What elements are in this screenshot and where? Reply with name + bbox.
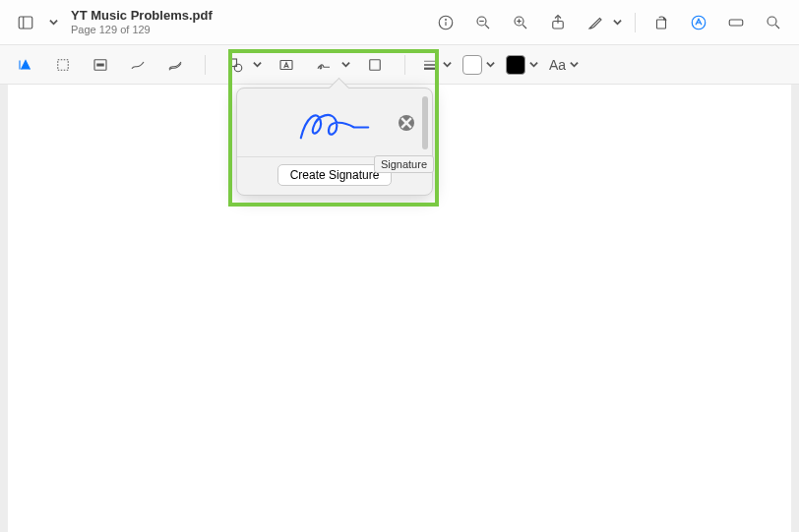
text-style-picker[interactable]: Aa	[549, 57, 580, 73]
highlight-menu-chevron[interactable]	[611, 18, 623, 27]
svg-line-21	[775, 25, 779, 29]
share-button[interactable]	[544, 9, 572, 36]
svg-point-4	[446, 19, 447, 20]
page-indicator: Page 129 of 129	[71, 24, 424, 36]
svg-rect-24	[58, 59, 69, 70]
document-title-block: YT Music Problems.pdf Page 129 of 129	[71, 8, 424, 36]
sidebar-toggle[interactable]	[12, 9, 39, 36]
main-toolbar: YT Music Problems.pdf Page 129 of 129	[0, 0, 799, 45]
markup-sep-2	[404, 55, 405, 75]
text-box-tool[interactable]	[273, 51, 300, 79]
shapes-tool[interactable]	[221, 51, 249, 79]
delete-signature-button[interactable]	[399, 115, 414, 131]
zoom-out-button[interactable]	[469, 9, 497, 36]
toolbar-right-cluster	[432, 9, 787, 36]
text-selection-tool[interactable]	[12, 51, 39, 79]
svg-rect-0	[19, 17, 32, 29]
sketch-tool[interactable]	[124, 51, 152, 79]
signature-chevron[interactable]	[339, 60, 351, 69]
signature-preview-row[interactable]	[237, 89, 432, 157]
signature-glyph	[290, 98, 379, 148]
svg-rect-26	[96, 63, 104, 66]
note-tool[interactable]	[361, 51, 389, 79]
signature-popover: Create Signature Signature	[236, 88, 433, 196]
rotate-button[interactable]	[647, 9, 675, 36]
markup-sep-1	[205, 55, 206, 75]
svg-line-9	[522, 25, 526, 29]
text-style-label: Aa	[549, 57, 566, 73]
fill-color-picker[interactable]	[506, 55, 539, 75]
zoom-in-button[interactable]	[507, 9, 534, 36]
rectangular-selection-tool[interactable]	[49, 51, 77, 79]
document-title: YT Music Problems.pdf	[71, 8, 424, 24]
svg-point-20	[768, 17, 776, 26]
popover-scrollbar[interactable]	[422, 96, 428, 149]
line-style-picker[interactable]	[421, 56, 453, 74]
sidebar-menu-chevron[interactable]	[47, 18, 59, 27]
redact-tool[interactable]	[87, 51, 114, 79]
info-button[interactable]	[432, 9, 460, 36]
signature-tool[interactable]	[310, 51, 338, 79]
toolbar-separator	[635, 13, 636, 32]
markup-button[interactable]	[685, 9, 712, 36]
svg-rect-13	[657, 20, 666, 29]
stroke-color-picker[interactable]	[462, 55, 496, 75]
svg-rect-16	[729, 20, 743, 26]
svg-line-6	[485, 25, 489, 29]
shapes-chevron[interactable]	[251, 60, 263, 69]
svg-point-28	[234, 64, 242, 72]
search-button[interactable]	[760, 9, 787, 36]
document-canvas[interactable]: Create Signature Signature	[0, 85, 799, 532]
svg-rect-31	[370, 59, 381, 70]
sketch-fill-tool[interactable]	[161, 51, 189, 79]
highlight-button[interactable]	[582, 9, 609, 36]
signature-tooltip: Signature	[374, 155, 434, 173]
markup-toolbar: Aa	[0, 45, 799, 85]
form-fields-button[interactable]	[722, 9, 750, 36]
